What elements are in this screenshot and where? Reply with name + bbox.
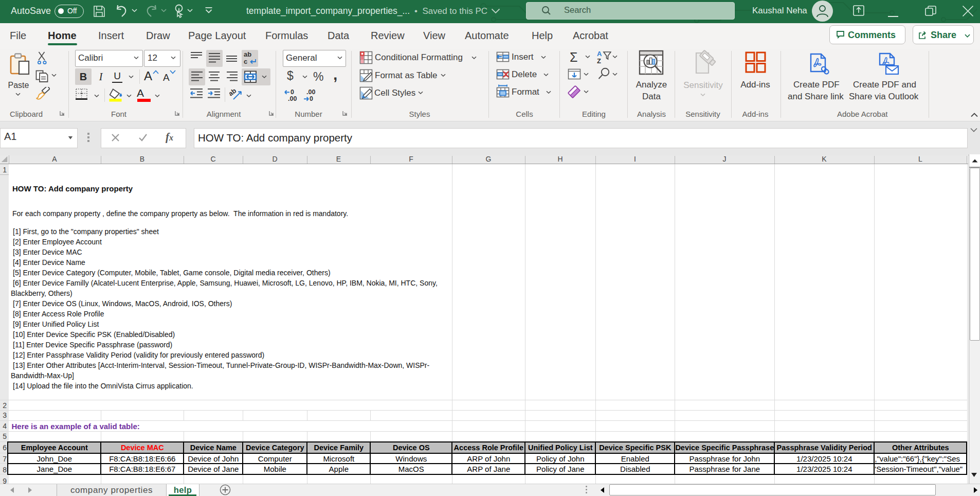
svg-text:0: 0 [310, 95, 313, 102]
svg-text:.00: .00 [288, 95, 297, 102]
svg-text:0: 0 [291, 88, 294, 96]
svg-text:.00: .00 [306, 88, 315, 96]
svg-text:A: A [597, 50, 602, 58]
svg-text:Z: Z [597, 57, 601, 65]
